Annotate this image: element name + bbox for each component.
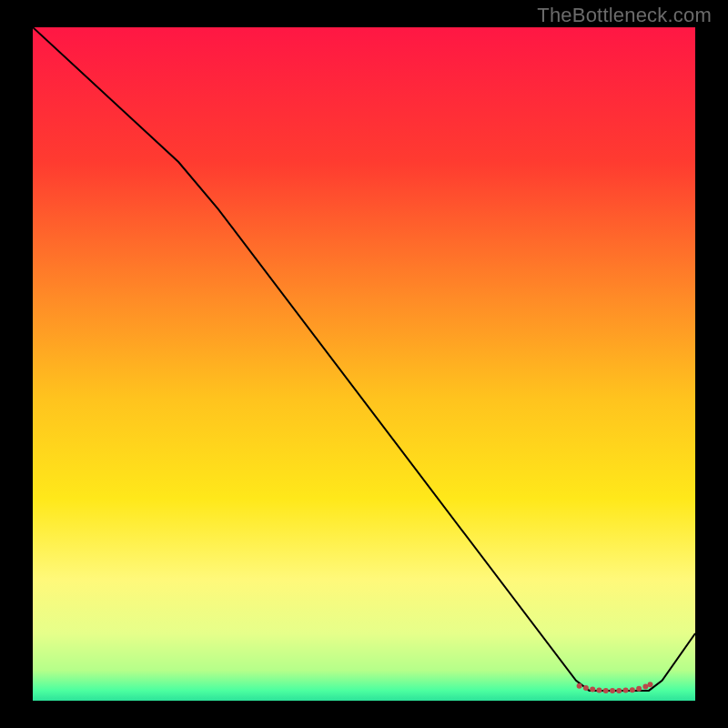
marker-dot (648, 682, 653, 687)
marker-dot (630, 687, 635, 693)
marker-dot (596, 688, 602, 693)
watermark-text: TheBottleneck.com (537, 4, 712, 27)
marker-dot (616, 688, 622, 693)
marker-dot (642, 683, 648, 689)
marker-dot (577, 683, 582, 689)
marker-dot (590, 686, 595, 692)
chart-background (33, 27, 695, 701)
chart-svg (33, 27, 695, 701)
marker-dot (603, 688, 609, 693)
marker-dot (610, 688, 615, 693)
marker-dot (636, 686, 642, 692)
plot-area (33, 27, 695, 701)
marker-dot (623, 688, 629, 693)
marker-dot (583, 685, 589, 691)
chart-frame: TheBottleneck.com (0, 0, 728, 728)
